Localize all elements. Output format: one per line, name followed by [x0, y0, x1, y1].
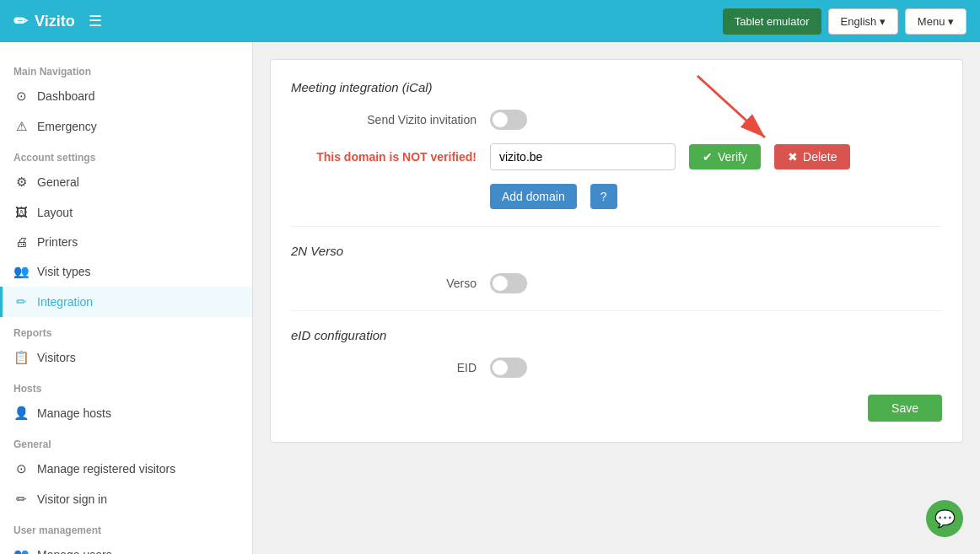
sidebar-item-emergency[interactable]: ⚠ Emergency: [0, 111, 252, 142]
eid-configuration-title: eID configuration: [291, 328, 942, 342]
verify-label: Verify: [718, 150, 747, 164]
sidebar-item-label: General: [37, 175, 79, 189]
menu-button[interactable]: Menu ▾: [905, 8, 967, 35]
send-vizito-invitation-toggle[interactable]: [490, 110, 527, 130]
manage-registered-icon: ⊙: [13, 461, 29, 476]
twon-verso-title: 2N Verso: [291, 244, 942, 258]
sidebar-item-label: Integration: [37, 295, 93, 309]
question-button[interactable]: ?: [590, 184, 617, 209]
eid-toggle[interactable]: [490, 358, 527, 378]
sidebar-item-layout[interactable]: 🖼 Layout: [0, 197, 252, 227]
sidebar-item-dashboard[interactable]: ⊙ Dashboard: [0, 81, 252, 111]
sidebar-section-main-navigation: Main Navigation: [0, 56, 252, 81]
verify-button[interactable]: ✔ Verify: [689, 144, 761, 169]
add-domain-row: Add domain ?: [291, 184, 942, 209]
meeting-integration-section: Meeting integration (iCal) Send Vizito i…: [291, 80, 942, 209]
verify-checkmark-icon: ✔: [703, 150, 713, 164]
visitors-icon: 📋: [13, 350, 29, 365]
sidebar-item-manage-hosts[interactable]: 👤 Manage hosts: [0, 398, 252, 428]
send-vizito-invitation-label: Send Vizito invitation: [291, 113, 477, 126]
sidebar-item-label: Printers: [37, 235, 78, 249]
chat-icon: 💬: [934, 508, 956, 529]
eid-label: EID: [291, 361, 477, 374]
sidebar-item-label: Visitor sign in: [37, 492, 107, 506]
logo-text: Vizito: [35, 13, 75, 30]
toggle-slider: [490, 110, 527, 130]
visit-types-icon: 👥: [13, 264, 29, 279]
sidebar-section-hosts: Hosts: [0, 373, 252, 398]
printers-icon: 🖨: [13, 234, 29, 249]
sidebar-item-visit-types[interactable]: 👥 Visit types: [0, 256, 252, 287]
general-icon: ⚙: [13, 175, 29, 190]
add-domain-button[interactable]: Add domain: [490, 184, 577, 209]
sidebar-section-reports: Reports: [0, 317, 252, 342]
sidebar-item-label: Layout: [37, 206, 73, 219]
twon-verso-section: 2N Verso Verso: [291, 244, 942, 293]
sidebar-item-printers[interactable]: 🖨 Printers: [0, 227, 252, 256]
toggle-slider: [490, 273, 527, 293]
app-header: ✏ Vizito ☰ Tablet emulator English ▾ Men…: [0, 0, 980, 42]
sidebar-section-user-management: User management: [0, 514, 252, 540]
integration-icon: ✏: [13, 294, 29, 309]
verso-toggle[interactable]: [490, 273, 527, 293]
logo-icon: ✏: [13, 11, 28, 31]
chat-bubble[interactable]: 💬: [926, 500, 963, 537]
sidebar-section-account-settings: Account settings: [0, 142, 252, 167]
domain-error-label: This domain is NOT verified!: [291, 150, 477, 164]
toggle-slider: [490, 358, 527, 378]
layout-icon: 🖼: [13, 205, 29, 219]
hamburger-menu[interactable]: ☰: [89, 12, 102, 30]
content-card: Meeting integration (iCal) Send Vizito i…: [270, 59, 963, 443]
manage-users-icon: 👥: [13, 547, 29, 554]
sidebar-item-label: Manage registered visitors: [37, 462, 175, 476]
verso-row: Verso: [291, 273, 942, 293]
save-row: Save: [291, 395, 942, 422]
delete-label: Delete: [803, 150, 837, 164]
page-layout: Main Navigation ⊙ Dashboard ⚠ Emergency …: [0, 42, 980, 554]
delete-x-icon: ✖: [788, 150, 798, 164]
sidebar-item-visitor-sign-in[interactable]: ✏ Visitor sign in: [0, 484, 252, 514]
sidebar-item-label: Dashboard: [37, 89, 95, 103]
section-divider-1: [291, 226, 942, 227]
main-content: Meeting integration (iCal) Send Vizito i…: [253, 42, 980, 554]
eid-row: EID: [291, 358, 942, 378]
emergency-icon: ⚠: [13, 119, 29, 134]
dashboard-icon: ⊙: [13, 89, 29, 104]
sidebar-item-label: Manage users: [37, 548, 112, 554]
domain-row: This domain is NOT verified!: [291, 143, 942, 170]
sidebar-section-general: General: [0, 428, 252, 454]
sidebar-item-label: Visitors: [37, 351, 76, 364]
verso-label: Verso: [291, 277, 477, 290]
sidebar: Main Navigation ⊙ Dashboard ⚠ Emergency …: [0, 42, 253, 554]
save-button[interactable]: Save: [868, 395, 942, 422]
domain-input[interactable]: [490, 143, 676, 170]
sidebar-item-visitors[interactable]: 📋 Visitors: [0, 342, 252, 373]
sidebar-item-general[interactable]: ⚙ General: [0, 167, 252, 197]
visitor-sign-in-icon: ✏: [13, 492, 29, 507]
hamburger-icon: ☰: [89, 13, 102, 30]
manage-hosts-icon: 👤: [13, 406, 29, 421]
eid-configuration-section: eID configuration EID: [291, 328, 942, 378]
sidebar-item-label: Visit types: [37, 265, 91, 278]
header-right-actions: Tablet emulator English ▾ Menu ▾: [723, 8, 967, 35]
sidebar-item-label: Emergency: [37, 120, 97, 133]
sidebar-item-manage-users[interactable]: 👥 Manage users: [0, 540, 252, 554]
send-vizito-invitation-row: Send Vizito invitation: [291, 110, 942, 130]
sidebar-item-manage-registered-visitors[interactable]: ⊙ Manage registered visitors: [0, 454, 252, 484]
delete-button[interactable]: ✖ Delete: [774, 144, 850, 169]
sidebar-item-label: Manage hosts: [37, 406, 111, 420]
section-divider-2: [291, 310, 942, 311]
app-logo: ✏ Vizito: [13, 11, 75, 31]
meeting-integration-title: Meeting integration (iCal): [291, 80, 942, 94]
sidebar-item-integration[interactable]: ✏ Integration: [0, 287, 252, 317]
language-selector[interactable]: English ▾: [828, 8, 898, 35]
tablet-emulator-button[interactable]: Tablet emulator: [723, 8, 821, 35]
